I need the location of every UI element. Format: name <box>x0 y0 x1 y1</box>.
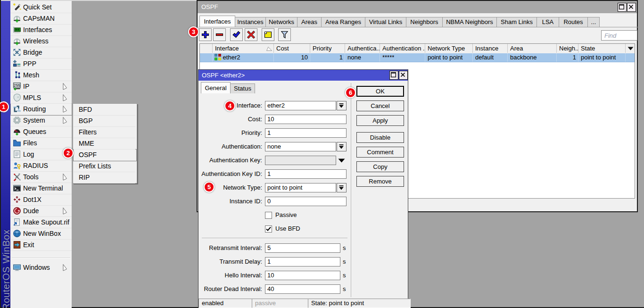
svg-text:255: 255 <box>14 83 20 88</box>
